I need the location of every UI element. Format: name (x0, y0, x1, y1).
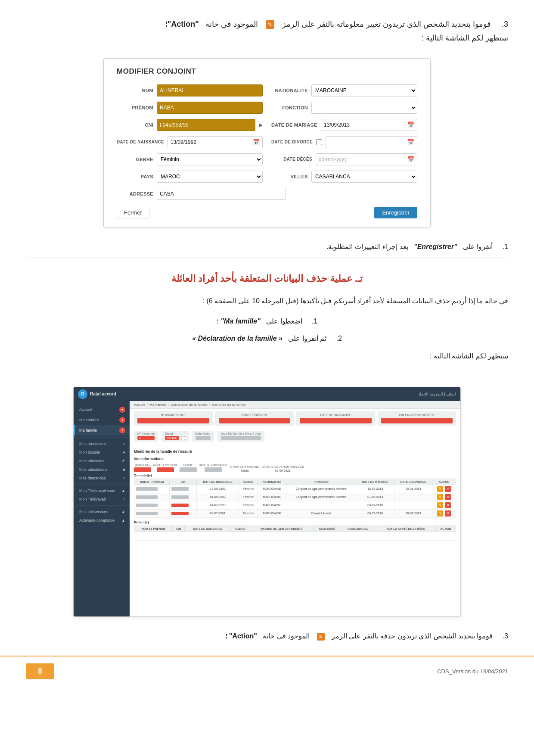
info-fields-row: Matricule Nom Et Prénom Genre Date De Na… (130, 462, 460, 473)
decl-statut: Statut VALIDÉ (161, 431, 188, 442)
nationalite-select[interactable]: MAROCAINE (311, 84, 417, 96)
info-date-naiss-label: Date De Naissance (199, 464, 228, 467)
sub-step-del1: 1. اضغطوا على "Ma famille" ؛ (26, 315, 508, 328)
row1-edit-btn[interactable]: ✎ (437, 486, 443, 492)
nationalite-row: NATIONALITÉ MAROCAINE (271, 84, 417, 96)
app-main-panel: Accueil / Ma Famille / Déclaration de la… (130, 401, 460, 616)
cni-arrow-icon: ▶ (259, 122, 263, 128)
step3-text-end: ستظهر لكم الشاشة التالية : (422, 34, 508, 42)
row3-nom (134, 501, 170, 509)
declaration-section: N° Demande 4 Statut VALIDÉ Date Statut (130, 428, 460, 446)
sidebar-item-aide[interactable]: Aide/aide-comptable ▲ (74, 516, 130, 525)
enfant-col-taux: Taux La Santé De La Mère (375, 526, 435, 532)
prenom-input[interactable] (157, 102, 263, 114)
row3-date-mariage: 09-07-2018 (356, 501, 394, 509)
sidebar-item-accueil[interactable]: Accueil ● (74, 404, 130, 415)
orange-x-icon: ✕ (317, 633, 325, 641)
decl-statut-checkbox[interactable] (181, 436, 185, 440)
row4-nationalite: MAROCAINE (258, 509, 286, 517)
fonction-label: FONCTION (271, 105, 308, 110)
decl-date-derniere: Date De Dernière Mise À Jour (217, 431, 264, 442)
sidebar-item-teletravail2[interactable]: Mon Télétravail ○ (74, 495, 130, 504)
date-deces-placeholder: dd-mm-yyyy (319, 156, 347, 162)
row1-delete-btn[interactable]: ✕ (445, 486, 451, 492)
fermer-button[interactable]: Fermer (117, 207, 149, 218)
date-mariage-value: 13/09/2013 (324, 122, 350, 128)
header-right-link[interactable]: الملف | الشروط الإنجاز (418, 392, 456, 396)
step3-text-after: الموجود في خانة (205, 20, 258, 28)
app-title: Rataf accord (90, 392, 116, 396)
info-matricule-value (134, 467, 151, 472)
col-fonction: Fonction (286, 479, 356, 485)
card-nom-prenom: Nom et prénom (215, 411, 294, 426)
row3-edit-btn[interactable]: ✎ (437, 502, 443, 508)
del1-number: 1. (312, 317, 317, 325)
breadcrumb-declaration[interactable]: Déclaration de la famille (171, 403, 207, 407)
villes-select[interactable]: CASABLANCA (311, 171, 417, 183)
divorce-checkbox[interactable] (316, 139, 322, 145)
cni-input[interactable] (157, 119, 255, 131)
sidebar-badge-carriere: 1 (119, 417, 125, 423)
row3-nationalite: MAROCAINE (258, 501, 286, 509)
genre-select[interactable]: Féminin (157, 153, 263, 165)
row3-delete-btn[interactable]: ✕ (445, 502, 451, 508)
sidebar-item-demandes[interactable]: Mes demandes ○ (74, 474, 130, 482)
date-deces-input[interactable]: dd-mm-yyyy 📅 (316, 153, 417, 165)
sidebar-label-carriere: Ma carrière (79, 418, 99, 422)
sidebar-label-absences: Mes absences (79, 459, 104, 463)
breadcrumb-sep3: / (209, 403, 210, 407)
adresse-input[interactable] (157, 188, 286, 200)
sidebar-label-dossier: Mon dossier (79, 450, 100, 454)
del1-bold: "Ma famille" (220, 317, 261, 325)
sidebar-item-absences[interactable]: Mes absences ✗ (74, 457, 130, 465)
breadcrumb-sep2: / (168, 403, 169, 407)
sidebar-item-teleservices[interactable]: Mes téléservices ▲ (74, 507, 130, 516)
breadcrumb-accueil[interactable]: Accueil (134, 403, 145, 407)
row3-cin (170, 501, 197, 509)
sidebar-item-dossier[interactable]: Mon dossier ● (74, 448, 130, 457)
date-deces-row: DATE DÉCÈS dd-mm-yyyy 📅 (271, 153, 417, 165)
sidebar-item-famille[interactable]: Ma famille 1 (74, 425, 130, 436)
enfant-col-scolarite: Scolarité (313, 526, 341, 532)
breadcrumb-membres[interactable]: Membres de la famille (212, 403, 245, 407)
info-genre: Genre (180, 464, 197, 472)
sub-step1-text: أنقروا على (463, 243, 493, 250)
calendar-icon-naissance: 📅 (253, 139, 260, 145)
sidebar-item-prestations[interactable]: Mes prestations ○ (74, 439, 130, 448)
row2-nom (134, 493, 170, 501)
sub-step1: 1. أنقروا على "Enregistrer" بعد إجراء ال… (26, 240, 508, 253)
sidebar-item-carriere[interactable]: Ma carrière 1 (74, 415, 130, 425)
enfant-table-title: Enfant(s) (134, 520, 456, 524)
nationalite-label: NATIONALITÉ (271, 88, 308, 93)
date-divorce-input[interactable]: 📅 (326, 136, 417, 148)
date-deces-label: DATE DÉCÈS (271, 157, 312, 162)
row1-nationalite: MAROCAINE (258, 485, 286, 493)
date-naissance-input[interactable]: 13/09/1992 📅 (168, 136, 263, 148)
row4-delete-btn[interactable]: ✕ (445, 510, 451, 516)
nom-input[interactable] (157, 84, 263, 96)
info-date-situation-label: Date De Situation Familiale (261, 465, 304, 468)
sidebar-item-teletravail[interactable]: Mon Télétravail-vous ▲ (74, 486, 130, 495)
sidebar-item-attestations[interactable]: Mes attestations ■ (74, 465, 130, 474)
row2-edit-btn[interactable]: ✎ (437, 494, 443, 500)
step3-top-instruction: 3. قوموا بتحديد الشخص الذي تريدون تغيير … (26, 17, 508, 45)
sidebar-icon-absences: ✗ (122, 459, 125, 463)
decl-date-statut: Date Statut (192, 431, 214, 442)
date-divorce-label: DATE DE DIVORCE (271, 140, 313, 145)
breadcrumb-famille[interactable]: Ma Famille (149, 403, 166, 407)
modal-form-grid: NOM NATIONALITÉ MAROCAINE PRÉNOM FONCTIO… (117, 84, 417, 200)
row2-delete-btn[interactable]: ✕ (445, 494, 451, 500)
info-date-situation: Date De Situation Familiale 05-06-2421 (261, 465, 304, 472)
row4-genre: Féminin (239, 509, 258, 517)
fonction-select[interactable] (311, 102, 417, 114)
bottom-step3-text-after: الموجود في خانة (263, 632, 310, 640)
calendar-icon-deces: 📅 (407, 156, 414, 162)
date-mariage-input[interactable]: 13/09/2013 📅 (321, 119, 417, 131)
row4-edit-btn[interactable]: ✎ (437, 510, 443, 516)
pays-select[interactable]: MAROC (157, 171, 263, 183)
app-header-right: الملف | الشروط الإنجاز (418, 392, 456, 396)
enregistrer-button[interactable]: Enregistrer (374, 207, 417, 218)
bottom-step3-number: 3. (503, 632, 508, 640)
modal-footer: Fermer Enregistrer (117, 207, 417, 218)
decl-date-derniere-value (221, 436, 261, 440)
